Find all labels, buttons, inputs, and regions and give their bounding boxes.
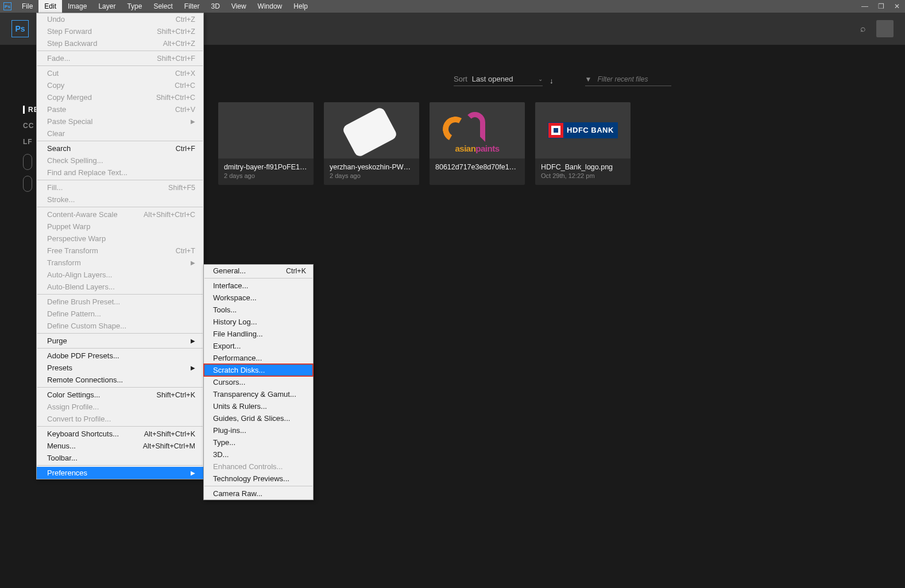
submenu-arrow-icon: ▶ bbox=[191, 260, 195, 266]
file-time: 2 days ago bbox=[224, 172, 308, 179]
menu-separator bbox=[37, 51, 203, 51]
edit-item-remote-connections[interactable]: Remote Connections... bbox=[37, 374, 203, 386]
pref-item-type[interactable]: Type... bbox=[204, 436, 313, 448]
edit-item-keyboard-shortcuts[interactable]: Keyboard Shortcuts...Alt+Shift+Ctrl+K bbox=[37, 428, 203, 440]
menu-select[interactable]: Select bbox=[148, 0, 178, 13]
edit-item-auto-blend-layers: Auto-Blend Layers... bbox=[37, 281, 203, 293]
menu-separator bbox=[37, 387, 203, 388]
edit-item-preferences[interactable]: Preferences▶ bbox=[37, 467, 203, 479]
sort-dropdown[interactable]: Sort Last opened ⌄ bbox=[454, 75, 543, 86]
menu-image[interactable]: Image bbox=[62, 0, 92, 13]
pref-item-transparency-gamut[interactable]: Transparency & Gamut... bbox=[204, 388, 313, 400]
menu-separator bbox=[204, 486, 312, 486]
recent-file-card[interactable]: dmitry-bayer-fl91PoFE1DU...2 days ago bbox=[218, 102, 314, 185]
edit-item-puppet-warp: Puppet Warp bbox=[37, 220, 203, 233]
edit-item-auto-align-layers: Auto-Align Layers... bbox=[37, 269, 203, 281]
menu-separator bbox=[37, 207, 203, 207]
pref-item-tools[interactable]: Tools... bbox=[204, 304, 313, 316]
menu-item-label: Guides, Grid & Slices... bbox=[213, 414, 290, 423]
menu-separator bbox=[37, 426, 203, 427]
submenu-arrow-icon: ▶ bbox=[191, 365, 195, 371]
file-name: dmitry-bayer-fl91PoFE1DU... bbox=[224, 163, 308, 171]
edit-item-menus[interactable]: Menus...Alt+Shift+Ctrl+M bbox=[37, 440, 203, 452]
edit-item-undo: UndoCtrl+Z bbox=[37, 13, 203, 25]
pref-item-camera-raw[interactable]: Camera Raw... bbox=[204, 488, 313, 500]
menu-item-label: Workspace... bbox=[213, 293, 257, 302]
edit-item-color-settings[interactable]: Color Settings...Shift+Ctrl+K bbox=[37, 389, 203, 401]
filter-input[interactable]: ▼ Filter recent files bbox=[585, 75, 671, 86]
avatar[interactable] bbox=[876, 20, 894, 37]
thumbnail bbox=[218, 102, 314, 158]
menu-view[interactable]: View bbox=[226, 0, 252, 13]
menu-shortcut: Alt+Ctrl+Z bbox=[163, 40, 195, 48]
nav-pill-1[interactable] bbox=[23, 154, 32, 170]
menu-shortcut: Shift+Ctrl+C bbox=[156, 94, 195, 102]
sort-direction-button[interactable]: ↓ bbox=[550, 76, 554, 85]
pref-item-units-rulers[interactable]: Units & Rulers... bbox=[204, 400, 313, 412]
menu-item-label: Fill... bbox=[47, 183, 63, 192]
menu-item-label: Tools... bbox=[213, 305, 237, 314]
menu-edit[interactable]: Edit bbox=[38, 0, 62, 13]
menu-item-label: Assign Profile... bbox=[47, 403, 99, 411]
edit-item-clear: Clear bbox=[37, 127, 203, 140]
app-badge-icon: Ps bbox=[3, 2, 11, 10]
window-controls: — ❐ ✕ bbox=[857, 2, 905, 10]
edit-item-toolbar[interactable]: Toolbar... bbox=[37, 452, 203, 464]
pref-item-export[interactable]: Export... bbox=[204, 340, 313, 352]
menu-filter[interactable]: Filter bbox=[179, 0, 206, 13]
menu-window[interactable]: Window bbox=[252, 0, 288, 13]
edit-item-define-brush-preset: Define Brush Preset... bbox=[37, 296, 203, 308]
search-icon[interactable]: ⌕ bbox=[860, 24, 866, 34]
pref-item-performance[interactable]: Performance... bbox=[204, 352, 313, 364]
menu-file[interactable]: File bbox=[16, 0, 38, 13]
menu-type[interactable]: Type bbox=[121, 0, 148, 13]
menu-shortcut: Ctrl+Z bbox=[176, 16, 195, 24]
menu-item-label: Cursors... bbox=[213, 378, 245, 386]
pref-item-file-handling[interactable]: File Handling... bbox=[204, 328, 313, 340]
recent-file-card[interactable]: HDFC BANKHDFC_Bank_logo.pngOct 29th, 12:… bbox=[535, 102, 631, 185]
menu-item-label: Toolbar... bbox=[47, 454, 78, 462]
menu-item-label: Puppet Warp bbox=[47, 222, 90, 231]
maximize-button[interactable]: ❐ bbox=[873, 2, 889, 10]
pref-item-technology-previews[interactable]: Technology Previews... bbox=[204, 473, 313, 485]
recent-file-card[interactable]: asianpaints80612d717e3e8d70fe1c456 bbox=[430, 102, 525, 185]
pref-item-interface[interactable]: Interface... bbox=[204, 280, 313, 292]
pref-item-scratch-disks[interactable]: Scratch Disks... bbox=[204, 364, 313, 376]
menu-3d[interactable]: 3D bbox=[205, 0, 225, 13]
pref-item-guides-grid-slices[interactable]: Guides, Grid & Slices... bbox=[204, 412, 313, 424]
menu-item-label: Enhanced Controls... bbox=[213, 462, 283, 471]
submenu-arrow-icon: ▶ bbox=[191, 338, 195, 344]
edit-item-adobe-pdf-presets[interactable]: Adobe PDF Presets... bbox=[37, 350, 203, 362]
menu-item-label: Cut bbox=[47, 69, 59, 78]
pref-item-history-log[interactable]: History Log... bbox=[204, 316, 313, 328]
menu-shortcut: Ctrl+F bbox=[176, 145, 195, 153]
edit-item-purge[interactable]: Purge▶ bbox=[37, 335, 203, 347]
minimize-button[interactable]: — bbox=[857, 2, 873, 10]
menu-separator bbox=[37, 141, 203, 141]
edit-item-presets[interactable]: Presets▶ bbox=[37, 362, 203, 374]
preferences-submenu: General...Ctrl+KInterface...Workspace...… bbox=[203, 264, 314, 500]
file-name: HDFC_Bank_logo.png bbox=[541, 163, 625, 171]
pref-item-plug-ins[interactable]: Plug-ins... bbox=[204, 424, 313, 436]
pref-item-cursors[interactable]: Cursors... bbox=[204, 376, 313, 388]
menu-help[interactable]: Help bbox=[288, 0, 314, 13]
menu-shortcut: Ctrl+V bbox=[175, 106, 195, 114]
menu-layer[interactable]: Layer bbox=[92, 0, 121, 13]
pref-item-workspace[interactable]: Workspace... bbox=[204, 292, 313, 304]
submenu-arrow-icon: ▶ bbox=[191, 118, 195, 125]
nav-pill-2[interactable] bbox=[23, 176, 32, 192]
edit-item-cut: CutCtrl+X bbox=[37, 67, 203, 79]
file-time: 2 days ago bbox=[330, 172, 413, 179]
edit-item-define-custom-shape: Define Custom Shape... bbox=[37, 320, 203, 332]
menu-item-label: Undo bbox=[47, 15, 65, 24]
pref-item-general[interactable]: General...Ctrl+K bbox=[204, 265, 313, 277]
pref-item-3d[interactable]: 3D... bbox=[204, 448, 313, 461]
menu-item-label: 3D... bbox=[213, 450, 229, 459]
edit-item-search[interactable]: SearchCtrl+F bbox=[37, 142, 203, 154]
menu-item-label: Check Spelling... bbox=[47, 156, 103, 165]
menu-item-label: Auto-Align Layers... bbox=[47, 270, 112, 279]
file-name: yerzhan-yeskozhin-PWC_... bbox=[330, 163, 413, 171]
sort-label: Sort bbox=[454, 75, 467, 83]
close-button[interactable]: ✕ bbox=[889, 2, 905, 10]
recent-file-card[interactable]: yerzhan-yeskozhin-PWC_...2 days ago bbox=[324, 102, 419, 185]
